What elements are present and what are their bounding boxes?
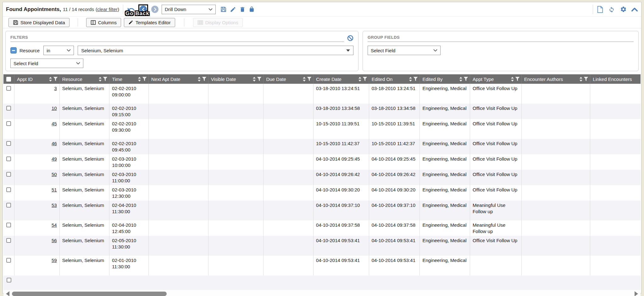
cell-time: 02-03-201011:00:00 (109, 170, 148, 185)
column-header-linked-encounters[interactable]: Linked Encounters (590, 74, 641, 84)
cell-edited-by: Engineering, Medical (419, 119, 470, 139)
sort-icon[interactable] (197, 77, 201, 82)
scrollbar-thumb[interactable] (12, 292, 167, 296)
row-checkbox[interactable] (6, 157, 11, 161)
group-field-select[interactable]: Select Field (368, 46, 441, 55)
row-checkbox[interactable] (6, 203, 11, 208)
filter-funnel-icon[interactable] (53, 77, 58, 81)
delete-view-icon[interactable] (239, 6, 246, 13)
clear-filter-link[interactable]: clear filter (97, 7, 118, 12)
sort-icon[interactable] (253, 77, 256, 82)
filter-funnel-icon[interactable] (257, 77, 262, 81)
filter-funnel-icon[interactable] (202, 77, 207, 81)
filter-funnel-icon[interactable] (103, 77, 108, 81)
sort-icon[interactable] (409, 77, 412, 82)
sort-icon[interactable] (303, 77, 306, 82)
sort-icon[interactable] (49, 77, 52, 82)
column-header-resource[interactable]: Resource (59, 74, 109, 84)
columns-button[interactable]: Columns (86, 18, 121, 27)
column-header-edited-by[interactable]: Edited By (419, 74, 470, 84)
edit-view-icon[interactable] (230, 6, 236, 13)
cell-time: 02-04-201011:30:00 (109, 201, 148, 220)
row-checkbox[interactable] (6, 172, 11, 177)
add-filter-field-select[interactable]: Select Field (10, 59, 83, 68)
cell-resource: Selenium, Selenium (59, 201, 109, 220)
clear-filters-icon[interactable] (347, 35, 353, 41)
sort-icon[interactable] (459, 77, 463, 82)
column-header-visible-date[interactable]: Visible Date (208, 74, 264, 84)
display-options-button[interactable]: Display Options (193, 18, 243, 27)
chevron-right-icon (153, 7, 157, 12)
filter-value-select[interactable]: Selenium, Selenium (78, 46, 353, 55)
collapse-icon[interactable] (631, 7, 638, 12)
appt-id-link[interactable]: 59 (52, 258, 57, 263)
templates-editor-button[interactable]: Templates Editor (124, 18, 175, 27)
appt-id-link[interactable]: 49 (52, 156, 57, 162)
cell-edited-on: 04-10-2014 09:25:45 (369, 154, 420, 170)
column-header-appt-id[interactable]: Appt ID (14, 74, 59, 84)
row-checkbox[interactable] (6, 187, 11, 192)
appt-id-link[interactable]: 54 (52, 222, 57, 228)
scroll-right-arrow-icon[interactable] (635, 291, 638, 296)
sort-icon[interactable] (358, 77, 362, 82)
row-checkbox[interactable] (6, 121, 11, 126)
appt-id-link[interactable]: 10 (52, 105, 57, 111)
appt-id-link[interactable]: 56 (52, 238, 57, 243)
filter-funnel-icon[interactable] (515, 77, 520, 81)
filter-funnel-icon[interactable] (307, 77, 312, 81)
save-view-icon[interactable] (220, 6, 227, 13)
filter-operator-select[interactable]: in (43, 46, 74, 55)
appt-id-link[interactable]: 50 (52, 172, 57, 177)
refresh-icon[interactable] (608, 6, 615, 13)
row-checkbox[interactable] (6, 258, 11, 263)
cell-appt-type: Office Visit Follow Up (470, 185, 521, 201)
row-checkbox[interactable] (6, 86, 11, 91)
row-checkbox[interactable] (6, 223, 11, 227)
cell-next-apt-date (148, 139, 208, 154)
filter-funnel-icon[interactable] (584, 77, 588, 81)
column-header-edited-on[interactable]: Edited On (369, 74, 420, 84)
filter-funnel-icon[interactable] (142, 77, 147, 81)
column-header-create-date[interactable]: Create Date (313, 74, 369, 84)
store-displayed-data-button[interactable]: Store Displayed Data (8, 18, 69, 27)
cell-due-date (263, 220, 313, 236)
sort-icon[interactable] (511, 77, 514, 82)
row-checkbox[interactable] (6, 238, 11, 243)
cell-next-apt-date (148, 220, 208, 236)
appt-id-link[interactable]: 51 (52, 187, 57, 192)
appt-id-link[interactable]: 3 (54, 86, 57, 91)
table-row: 54Selenium, Selenium02-04-201012:45:0004… (3, 220, 641, 236)
sort-icon[interactable] (579, 77, 583, 82)
footer-row-checkbox[interactable] (7, 278, 11, 282)
cell-visible-date (208, 185, 264, 201)
column-header-due-date[interactable]: Due Date (263, 74, 313, 84)
filter-operator-value: in (47, 48, 50, 53)
cell-linked-encounters (590, 220, 641, 236)
column-header-encounter-authors[interactable]: Encounter Authors (521, 74, 590, 84)
appt-id-link[interactable]: 53 (52, 202, 57, 208)
select-all-checkbox[interactable] (6, 77, 11, 82)
caret-down-icon (346, 49, 350, 52)
lock-view-icon[interactable] (249, 6, 255, 12)
scroll-left-arrow-icon[interactable] (6, 291, 9, 296)
filter-funnel-icon[interactable] (363, 77, 367, 81)
new-file-icon[interactable] (597, 6, 603, 13)
column-header-time[interactable]: Time (109, 74, 148, 84)
group-fields-title: GROUP FIELDS (368, 35, 400, 40)
row-checkbox[interactable] (6, 106, 11, 111)
cell-appt-type: Meaningful Use Follow up (470, 201, 521, 220)
appt-id-link[interactable]: 46 (52, 141, 57, 146)
remove-filter-icon[interactable] (10, 47, 17, 54)
gear-icon[interactable] (620, 6, 627, 13)
appt-id-link[interactable]: 45 (52, 121, 57, 126)
view-select[interactable]: Drill Down (162, 5, 216, 14)
go-forward-button[interactable] (151, 6, 158, 13)
sort-icon[interactable] (138, 77, 141, 82)
filter-funnel-icon[interactable] (464, 77, 468, 81)
sort-icon[interactable] (98, 77, 102, 82)
row-checkbox[interactable] (6, 141, 11, 146)
filter-funnel-icon[interactable] (413, 77, 418, 81)
column-header-next-apt-date[interactable]: Next Apt Date (148, 74, 208, 84)
column-header-appt-type[interactable]: Appt Type (470, 74, 521, 84)
cell-edited-by: Engineering, Medical (419, 154, 470, 170)
